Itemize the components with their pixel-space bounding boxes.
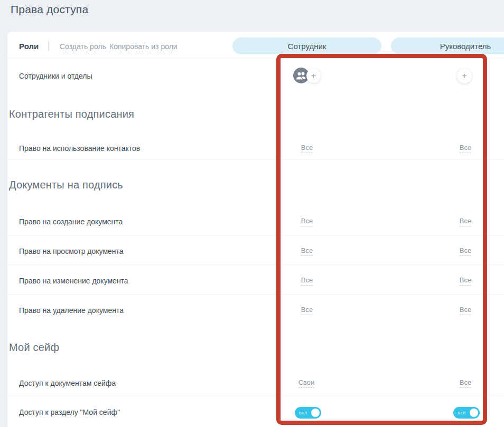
role-tab-employee[interactable]: Сотрудник <box>232 37 381 54</box>
roles-card: Роли Создать роль Копировать из роли Сот… <box>7 32 504 427</box>
roles-toolbar: Роли Создать роль Копировать из роли Сот… <box>7 32 504 59</box>
value-create-document-employee[interactable]: Все <box>301 217 313 226</box>
row-label-edit-document: Право на изменение документа <box>19 276 128 286</box>
create-role-link[interactable]: Создать роль <box>60 42 106 52</box>
row-separator <box>7 235 504 235</box>
plus-icon: + <box>462 72 466 80</box>
plus-icon: + <box>311 72 316 80</box>
row-separator <box>7 294 504 295</box>
row-label-create-document: Право на создание документа <box>19 217 123 226</box>
value-create-document-manager[interactable]: Все <box>460 217 471 226</box>
value-use-contacts-manager[interactable]: Все <box>460 144 471 153</box>
toggle-safe-section-employee[interactable]: вкл <box>295 407 321 419</box>
section-title-documents: Документы на подпись <box>9 179 123 191</box>
row-label-safe-documents-access: Доступ к документам сейфа <box>19 378 116 388</box>
row-label-use-contacts: Право на использование контактов <box>19 144 140 153</box>
toggle-safe-section-manager[interactable]: вкл <box>453 407 480 419</box>
add-employee-button-employee-col[interactable]: + <box>306 69 321 83</box>
value-delete-document-manager[interactable]: Все <box>460 306 471 315</box>
section-title-counterparties: Контрагенты подписания <box>9 108 134 120</box>
value-edit-document-manager[interactable]: Все <box>460 276 471 286</box>
value-delete-document-employee[interactable]: Все <box>301 306 313 315</box>
toolbar-divider <box>48 40 49 51</box>
value-safe-documents-manager[interactable]: Все <box>460 378 471 388</box>
role-tab-manager[interactable]: Руководитель <box>391 37 504 54</box>
section-title-my-safe: Мой сейф <box>9 341 59 354</box>
toggle-knob <box>470 409 478 417</box>
page-title: Права доступа <box>11 3 88 16</box>
add-employee-button-manager-col[interactable]: + <box>457 69 472 83</box>
value-safe-documents-employee[interactable]: Свои <box>298 378 315 388</box>
copy-role-link[interactable]: Копировать из роли <box>109 42 178 52</box>
row-separator <box>7 264 504 265</box>
roles-heading: Роли <box>19 42 39 51</box>
toggle-on-label: вкл <box>299 410 307 415</box>
row-label-delete-document: Право на удаление документа <box>19 306 124 315</box>
value-use-contacts-employee[interactable]: Все <box>301 144 313 153</box>
value-edit-document-employee[interactable]: Все <box>301 276 313 286</box>
row-label-employees-departments: Сотрудники и отделы <box>19 71 92 81</box>
value-view-document-manager[interactable]: Все <box>460 246 471 256</box>
toggle-on-label: вкл <box>458 410 466 415</box>
value-view-document-employee[interactable]: Все <box>301 246 313 256</box>
row-label-safe-section-access: Доступ к разделу "Мой сейф" <box>19 407 120 417</box>
row-separator <box>7 395 504 395</box>
row-separator <box>7 159 504 159</box>
toggle-knob <box>311 409 320 417</box>
row-label-view-document: Право на просмотр документа <box>19 246 124 256</box>
